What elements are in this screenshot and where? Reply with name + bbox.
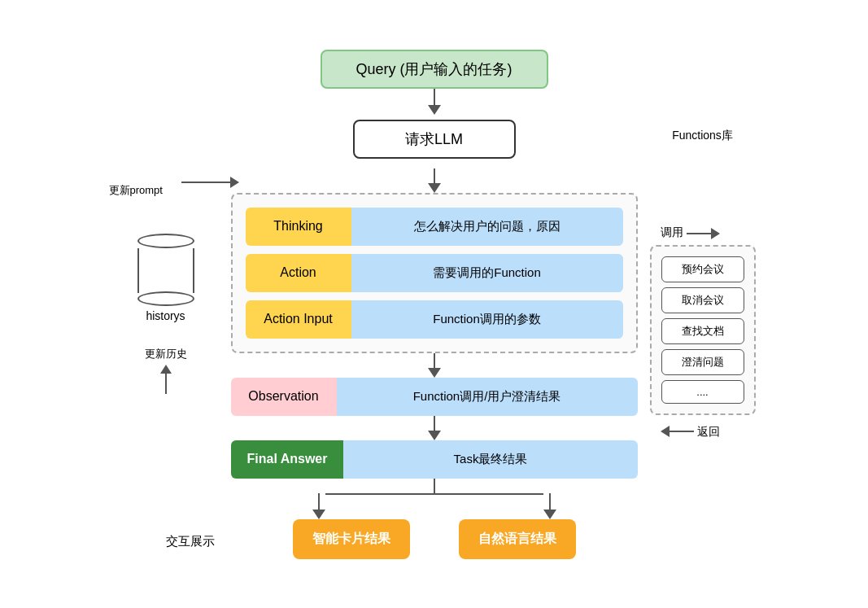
cylinder-top: [137, 234, 194, 248]
call-arrow-head: [711, 228, 720, 239]
thinking-label: Thinking: [246, 208, 351, 246]
result-box-1: 智能卡片结果: [293, 519, 410, 559]
query-to-llm-arrow: [428, 89, 441, 115]
return-label: 返回: [697, 425, 720, 440]
side-left-historys: 更新prompt historys 更新历史: [101, 168, 231, 394]
result-container: 交互展示 智能卡片结果 自然语言结果: [231, 519, 638, 559]
llm-to-dashed-arrow: [428, 168, 441, 193]
arrow-line2: [434, 168, 435, 183]
cylinder-body: [137, 248, 194, 293]
llm-box: 请求LLM: [353, 120, 516, 159]
final-row: Final Answer Task最终结果: [231, 440, 638, 479]
call-label: 调用: [661, 225, 683, 240]
obs-to-final-arrow: [428, 416, 441, 440]
thinking-value: 怎么解决用户的问题，原因: [351, 208, 623, 246]
func-item-1: 取消会议: [661, 287, 744, 313]
return-arrow-head: [661, 426, 670, 437]
action-input-label: Action Input: [246, 300, 351, 339]
fork-h-line: [325, 493, 543, 495]
arrow-head: [428, 105, 441, 115]
action-row: Action 需要调用的Function: [246, 254, 623, 292]
action-label: Action: [246, 254, 351, 292]
return-arrow-line: [670, 431, 694, 432]
action-input-value: Function调用的参数: [351, 300, 623, 339]
historys-cylinder: [137, 234, 194, 306]
right-fork-line: [549, 493, 551, 510]
functions-box: 预约会议 取消会议 查找文档 澄清问题 ....: [650, 245, 756, 415]
prompt-arrow-line: [181, 182, 230, 183]
update-history-label: 更新历史: [145, 347, 187, 361]
arrow-head3: [428, 368, 441, 378]
middle-section: 更新prompt historys 更新历史: [101, 168, 768, 559]
side-right-functions: Functions库: [638, 129, 768, 150]
obs-value: Function调用/用户澄清结果: [337, 378, 638, 416]
func-item-4: ....: [661, 380, 744, 404]
cylinder-bottom: [137, 291, 194, 306]
llm-label: 请求LLM: [405, 131, 463, 147]
arrow-line: [434, 89, 435, 105]
arrow-head2: [428, 183, 441, 193]
func-item-0: 预约会议: [661, 256, 744, 282]
diagram-container: Query (用户输入的任务) 请求LLM Functions库: [44, 25, 825, 584]
react-dashed-box: Thinking 怎么解决用户的问题，原因 Action 需要调用的Functi…: [231, 193, 638, 353]
final-to-results-arrow: [312, 479, 556, 519]
obs-label: Observation: [231, 378, 337, 416]
up-arrow-line: [165, 374, 167, 394]
arrow-line3: [434, 353, 435, 368]
fork-container: [312, 493, 556, 519]
query-box: Query (用户输入的任务): [321, 50, 548, 89]
arrow-line4: [434, 416, 435, 431]
action-value: 需要调用的Function: [351, 254, 623, 292]
up-arrow-head: [160, 365, 172, 374]
arrow-line5: [434, 479, 435, 493]
side-right-funcs: 调用 预约会议 取消会议 查找文档 澄清问题 .... 返回: [638, 168, 768, 440]
func-item-2: 查找文档: [661, 318, 744, 344]
mid-col-main: Thinking 怎么解决用户的问题，原因 Action 需要调用的Functi…: [231, 168, 638, 559]
left-fork: [312, 493, 325, 519]
left-fork-head: [312, 510, 325, 519]
right-fork: [543, 493, 556, 519]
query-label: Query (用户输入的任务): [355, 61, 512, 77]
right-fork-head: [543, 510, 556, 519]
functions-title: Functions库: [672, 129, 733, 143]
final-value: Task最终结果: [343, 440, 637, 479]
prompt-arrow-head: [230, 177, 239, 188]
final-label: Final Answer: [231, 440, 344, 479]
func-item-3: 澄清问题: [661, 349, 744, 375]
mid-col-llm: 请求LLM: [231, 120, 638, 159]
historys-label: historys: [146, 309, 185, 322]
interaction-label: 交互展示: [166, 534, 215, 549]
action-input-row: Action Input Function调用的参数: [246, 300, 623, 339]
full-layout: Query (用户输入的任务) 请求LLM Functions库: [60, 50, 809, 559]
dashed-to-obs-arrow: [428, 353, 441, 378]
observation-row: Observation Function调用/用户澄清结果: [231, 378, 638, 416]
result-box-2: 自然语言结果: [459, 519, 576, 559]
call-arrow-line: [687, 233, 711, 234]
left-fork-line: [318, 493, 320, 510]
thinking-row: Thinking 怎么解决用户的问题，原因: [246, 208, 623, 246]
update-prompt-label: 更新prompt: [109, 183, 163, 198]
arrow-head4: [428, 431, 441, 440]
llm-section: 请求LLM Functions库: [101, 115, 768, 164]
